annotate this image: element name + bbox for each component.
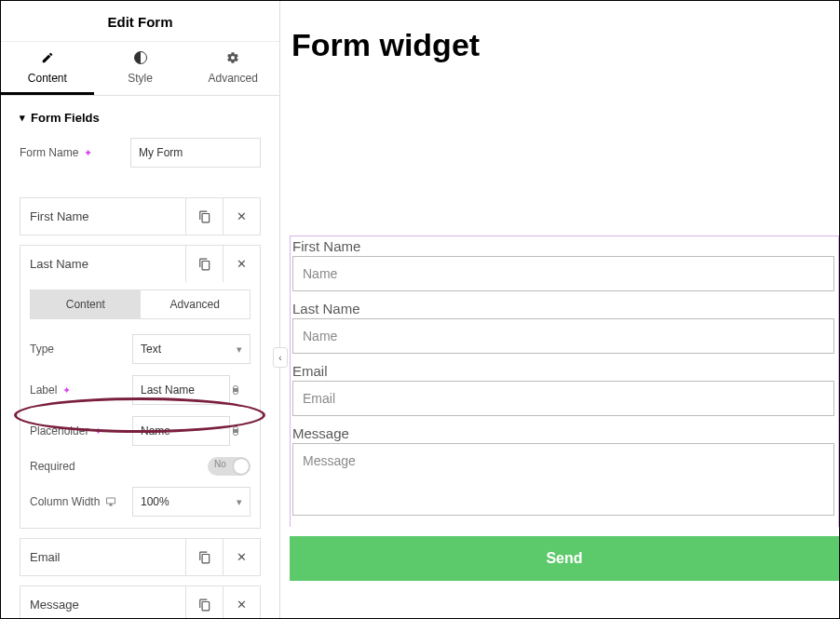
prop-required: Required No — [20, 451, 260, 481]
close-icon[interactable]: ✕ — [223, 586, 260, 618]
prop-label-label: Label ✦ — [30, 384, 132, 397]
form-name-row: Form Name ✦ — [20, 138, 261, 168]
panel-tabs: Content Style Advanced — [1, 42, 279, 96]
pencil-icon — [1, 51, 94, 68]
collapse-sidebar-icon[interactable]: ‹ — [273, 347, 288, 368]
field-inner-tabs: Content Advanced — [30, 289, 251, 319]
prop-type-label: Type — [30, 343, 132, 356]
page-title: Form widget — [280, 1, 839, 63]
dynamic-tag-icon[interactable] — [230, 384, 251, 396]
last-name-input[interactable] — [292, 318, 834, 354]
field-card-title[interactable]: Last Name — [20, 246, 185, 282]
duplicate-icon[interactable] — [185, 586, 223, 618]
tab-style[interactable]: Style — [94, 42, 187, 95]
duplicate-icon[interactable] — [185, 246, 223, 282]
type-select[interactable]: Text ▾ — [132, 334, 251, 364]
form-name-input[interactable] — [130, 138, 261, 168]
sidebar-scroll[interactable]: Form Fields Form Name ✦ First Name ✕ Las… — [1, 94, 279, 618]
prop-column-width: Column Width 100% ▾ — [20, 481, 260, 528]
prop-type: Type Text ▾ — [20, 329, 260, 370]
close-icon[interactable]: ✕ — [223, 539, 260, 575]
field-card-title[interactable]: First Name — [20, 198, 185, 235]
form-widget[interactable]: First Name Last Name Email Message — [290, 235, 839, 527]
chevron-down-icon: ▾ — [237, 496, 242, 508]
close-icon[interactable]: ✕ — [223, 246, 260, 282]
close-icon[interactable]: ✕ — [223, 198, 260, 235]
desktop-icon — [105, 496, 116, 507]
form-label: Message — [291, 425, 838, 443]
sparkle-icon: ✦ — [62, 384, 71, 397]
sparkle-icon: ✦ — [84, 147, 92, 159]
form-label: Email — [291, 363, 838, 381]
first-name-input[interactable] — [292, 256, 834, 291]
preview-canvas: ‹ Form widget First Name Last Name Email… — [280, 1, 839, 618]
message-textarea[interactable] — [292, 443, 834, 516]
placeholder-input[interactable] — [132, 416, 230, 446]
field-card-title[interactable]: Email — [20, 539, 185, 575]
submit-button[interactable]: Send — [290, 536, 839, 581]
inner-tab-content[interactable]: Content — [31, 290, 141, 318]
field-card-title[interactable]: Message — [20, 586, 185, 618]
editor-sidebar: Edit Form Content Style Advanced Form Fi… — [1, 1, 280, 618]
duplicate-icon[interactable] — [185, 539, 223, 575]
form-label: First Name — [291, 238, 838, 256]
prop-placeholder-label: Placeholder ✦ — [30, 424, 132, 437]
prop-placeholder: Placeholder ✦ — [20, 410, 260, 451]
inner-tab-advanced[interactable]: Advanced — [141, 290, 251, 318]
prop-column-width-label: Column Width — [30, 495, 132, 508]
required-toggle[interactable]: No — [208, 457, 251, 476]
gear-icon — [186, 51, 279, 68]
panel-title: Edit Form — [1, 1, 279, 42]
field-card-last-name: Last Name ✕ Content Advanced Type Text ▾ — [20, 245, 261, 529]
tab-advanced[interactable]: Advanced — [186, 42, 279, 95]
section-form-fields[interactable]: Form Fields — [20, 94, 261, 138]
label-input[interactable] — [132, 375, 230, 405]
tab-style-label: Style — [128, 72, 153, 85]
prop-required-label: Required — [30, 460, 132, 473]
tab-content-label: Content — [28, 72, 67, 85]
chevron-down-icon: ▾ — [237, 343, 242, 356]
prop-label: Label ✦ — [20, 370, 260, 410]
column-width-select[interactable]: 100% ▾ — [132, 487, 251, 517]
dynamic-tag-icon[interactable] — [230, 425, 251, 437]
tab-advanced-label: Advanced — [208, 72, 257, 85]
email-input[interactable] — [292, 381, 834, 416]
half-circle-icon — [94, 51, 187, 68]
duplicate-icon[interactable] — [185, 198, 223, 235]
field-card-first-name: First Name ✕ — [20, 197, 261, 235]
field-card-email: Email ✕ — [20, 538, 261, 576]
form-name-label: Form Name ✦ — [20, 146, 130, 159]
field-card-message: Message ✕ — [20, 585, 261, 618]
form-label: Last Name — [291, 301, 838, 318]
sparkle-icon: ✦ — [94, 425, 102, 437]
tab-content[interactable]: Content — [1, 42, 94, 95]
